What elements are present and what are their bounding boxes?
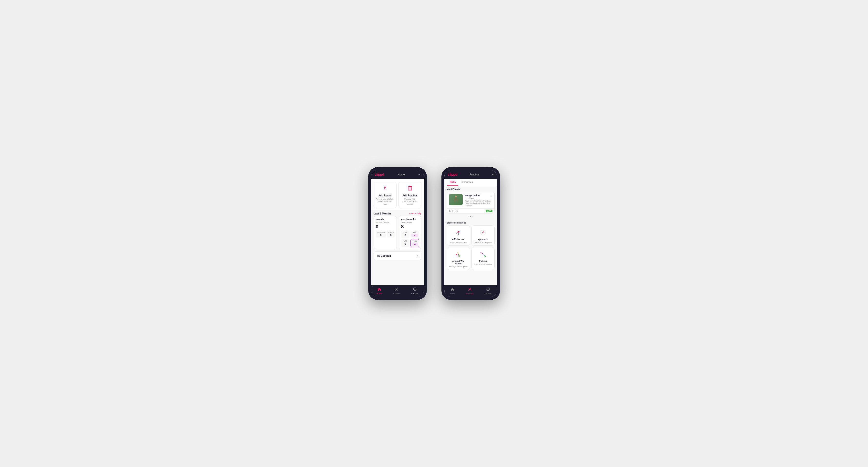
svg-point-4 <box>396 288 397 289</box>
svg-point-6 <box>414 289 415 290</box>
skill-desc-approach: Dial-in to hit the green <box>474 241 492 244</box>
drill-footer: 9 shots APP <box>447 208 494 213</box>
tab-drills[interactable]: Drills <box>447 179 458 186</box>
drills-mini-grid: OTT 0 APP 4 ARG 0 PUTT 4 <box>401 230 419 247</box>
nav-home-label-2: Home <box>450 292 455 294</box>
skill-card-around-the-green[interactable]: Around The Green Hone your short game <box>447 247 470 270</box>
add-round-desc: Record your shots in fast or enhanced mo… <box>376 198 394 206</box>
tab-favourites[interactable]: Favourites <box>458 179 475 186</box>
practice-drills-card: Practice Drills Drills Capture 8 OTT 0 A… <box>399 216 421 249</box>
action-cards-row: Add Round Record your shots in fast or e… <box>371 179 424 210</box>
add-round-icon <box>382 184 389 193</box>
approach-icon <box>477 228 488 237</box>
rounds-count: 0 <box>376 224 395 229</box>
app-header-home: clippd Home ≡ <box>371 170 424 179</box>
skill-name-atg: Around The Green <box>449 260 468 265</box>
off-the-tee-icon <box>453 228 464 237</box>
view-activity-link[interactable]: View Activity <box>409 212 422 215</box>
skill-name-putting: Putting <box>479 260 487 262</box>
star-icon[interactable]: ☆ <box>490 194 492 197</box>
add-round-card[interactable]: Add Round Record your shots in fast or e… <box>374 182 397 208</box>
home-screen-content: Add Round Record your shots in fast or e… <box>371 179 424 285</box>
drill-shots: 9 shots <box>449 210 458 212</box>
drill-yardage: 50–100 yds <box>465 197 480 199</box>
arg-val: 0 <box>402 242 408 245</box>
app-label: APP <box>411 231 418 233</box>
drills-capture-label: Drills Capture <box>401 222 419 224</box>
stats-container: Rounds Rounds Capture 0 Tournament 0 Pra… <box>371 216 424 251</box>
practice-label: Practice <box>388 231 394 233</box>
nav-activities-2[interactable]: Activities <box>466 287 474 294</box>
skill-desc-atg: Hone your short game <box>449 266 467 268</box>
skill-name-ott: Off The Tee <box>453 238 464 241</box>
last3months-header: Last 3 Months View Activity <box>371 210 424 216</box>
skill-desc-putting: Make and lag practice <box>474 263 492 265</box>
putt-box: PUTT 4 <box>410 239 419 247</box>
arg-box: ARG 0 <box>401 239 409 247</box>
nav-home-2[interactable]: Home <box>450 287 455 294</box>
svg-point-7 <box>455 196 457 197</box>
rounds-card: Rounds Rounds Capture 0 Tournament 0 Pra… <box>374 216 397 249</box>
activities-icon <box>395 287 399 292</box>
skill-name-approach: Approach <box>478 238 488 241</box>
golf-bag-label: My Golf Bag <box>377 254 391 257</box>
most-popular-section: Most Popular <box>444 186 497 220</box>
nav-home[interactable]: Home <box>376 287 382 294</box>
add-round-title: Add Round <box>378 194 392 197</box>
golf-bag-row[interactable]: My Golf Bag › <box>374 251 422 260</box>
practice-box: Practice 0 <box>387 230 395 238</box>
ott-label: OTT <box>402 231 408 233</box>
drill-card-wedge-ladder[interactable]: Wedge Ladder 50–100 yds ☆ Play 1 shot at… <box>447 192 495 214</box>
last3months-label: Last 3 Months <box>374 212 392 215</box>
capture-icon <box>413 287 417 292</box>
skill-desc-ott: Power and accuracy <box>450 241 467 244</box>
explore-section: Explore skill areas Off The Tee <box>444 220 497 272</box>
phone-practice: clippd Practice ≡ Drills Favourites Most… <box>441 167 500 300</box>
svg-point-16 <box>458 252 458 253</box>
drill-thumbnail <box>449 194 463 205</box>
svg-point-9 <box>458 235 459 236</box>
header-title: Home <box>398 173 405 176</box>
app-logo: clippd <box>375 173 384 177</box>
bottom-nav-home: Home Activities <box>371 285 424 297</box>
drill-desc: Play 1 shot at each target yardage. If y… <box>465 200 492 207</box>
practice-val: 0 <box>388 234 394 237</box>
hamburger-icon[interactable]: ≡ <box>418 173 420 177</box>
nav-capture[interactable]: Capture <box>411 287 418 294</box>
dot-2 <box>470 216 471 217</box>
putt-label: PUTT <box>412 240 418 242</box>
svg-point-24 <box>488 289 489 290</box>
svg-point-14 <box>459 255 460 256</box>
app-logo-2: clippd <box>448 173 457 177</box>
bottom-nav-practice: Home Activities Capture <box>444 285 497 297</box>
carousel-dots <box>447 215 495 218</box>
chevron-right-icon: › <box>417 254 418 257</box>
ott-val: 0 <box>402 234 408 237</box>
skill-card-putting[interactable]: Putting Make and lag practice <box>471 247 495 270</box>
nav-capture-label-2: Capture <box>485 292 492 294</box>
ott-box: OTT 0 <box>401 230 409 238</box>
drill-info: Wedge Ladder 50–100 yds ☆ Play 1 shot at… <box>465 194 492 207</box>
skill-card-off-the-tee[interactable]: Off The Tee Power and accuracy <box>447 225 470 246</box>
hamburger-icon-2[interactable]: ≡ <box>492 173 493 177</box>
capture-icon-2 <box>486 287 490 292</box>
nav-home-label: Home <box>376 292 382 294</box>
add-practice-desc: Capture your practice off-the-course <box>401 198 419 206</box>
dot-3 <box>472 216 473 217</box>
rounds-mini-grid: Tournament 0 Practice 0 <box>376 230 395 238</box>
nav-capture-2[interactable]: Capture <box>485 287 492 294</box>
around-the-green-icon <box>453 250 464 259</box>
rounds-title: Rounds <box>376 218 395 221</box>
skill-card-approach[interactable]: Approach Dial-in to hit the green <box>471 225 495 246</box>
practice-screen-content: Most Popular <box>444 186 497 285</box>
nav-activities-label-2: Activities <box>466 292 474 294</box>
nav-activities[interactable]: Activities <box>393 287 400 294</box>
svg-point-22 <box>469 288 470 289</box>
app-box: APP 4 <box>410 230 419 238</box>
rounds-capture-label: Rounds Capture <box>376 222 395 224</box>
most-popular-label: Most Popular <box>447 188 495 190</box>
add-practice-card[interactable]: Add Practice Capture your practice off-t… <box>399 182 422 208</box>
tournament-label: Tournament <box>377 231 385 233</box>
putt-val: 4 <box>412 243 418 246</box>
tournament-val: 0 <box>377 234 385 237</box>
